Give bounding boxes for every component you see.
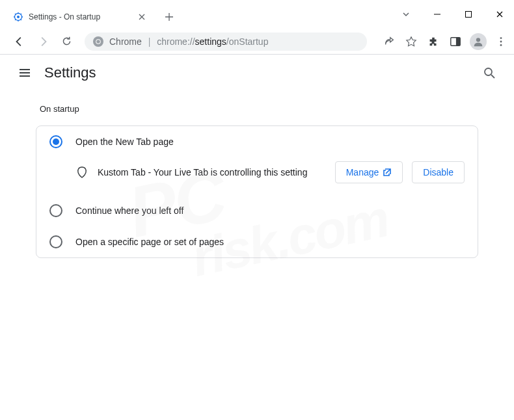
svg-line-14 <box>491 75 494 78</box>
startup-options-card: Open the New Tab page Kustom Tab - Your … <box>36 125 478 258</box>
share-icon[interactable] <box>381 34 397 49</box>
option-label: Open a specific page or set of pages <box>75 237 224 247</box>
tab-title: Settings - On startup <box>29 12 137 21</box>
browser-tab[interactable]: Settings - On startup <box>5 6 155 28</box>
option-open-new-tab[interactable]: Open the New Tab page <box>36 126 478 157</box>
extensions-icon[interactable] <box>426 34 441 49</box>
window-maximize-button[interactable] <box>459 5 478 23</box>
settings-header: Settings <box>0 55 514 91</box>
svg-rect-8 <box>456 37 460 46</box>
profile-avatar[interactable] <box>470 33 487 50</box>
page-title: Settings <box>44 64 478 81</box>
option-continue[interactable]: Continue where you left off <box>36 195 478 226</box>
hamburger-menu-button[interactable] <box>13 61 36 85</box>
manage-button[interactable]: Manage <box>335 161 403 183</box>
reload-button[interactable] <box>57 33 75 51</box>
tabstrip: Settings - On startup <box>5 5 178 29</box>
back-button[interactable] <box>10 33 29 51</box>
chrome-icon <box>92 36 104 47</box>
extension-notice-row: Kustom Tab - Your Live Tab is controllin… <box>36 157 478 195</box>
option-specific-pages[interactable]: Open a specific page or set of pages <box>36 226 478 257</box>
address-bar[interactable]: Chrome | chrome://settings/onStartup <box>85 33 367 51</box>
settings-icon <box>13 12 23 22</box>
svg-point-11 <box>500 40 502 42</box>
svg-point-10 <box>500 37 502 39</box>
tab-close-button[interactable] <box>137 12 147 22</box>
radio-selected[interactable] <box>49 135 62 148</box>
window-dropdown-button[interactable] <box>397 5 415 23</box>
new-tab-button[interactable] <box>160 8 178 26</box>
side-panel-icon[interactable] <box>448 34 463 49</box>
url-display: Chrome | chrome://settings/onStartup <box>109 36 268 47</box>
forward-button[interactable] <box>34 33 52 51</box>
settings-content: On startup Open the New Tab page Kustom … <box>0 91 514 271</box>
option-label: Open the New Tab page <box>75 137 174 147</box>
external-link-icon <box>383 168 392 177</box>
svg-point-6 <box>96 40 100 44</box>
disable-button[interactable]: Disable <box>412 161 465 183</box>
section-title: On startup <box>36 104 478 114</box>
svg-point-3 <box>17 16 20 18</box>
bookmark-icon[interactable] <box>403 34 419 49</box>
extension-app-icon <box>75 166 88 179</box>
search-button[interactable] <box>478 61 501 85</box>
svg-point-13 <box>485 68 492 75</box>
radio-unselected[interactable] <box>49 235 62 248</box>
kebab-menu-icon[interactable] <box>493 34 509 49</box>
radio-unselected[interactable] <box>49 204 62 217</box>
svg-point-9 <box>476 38 480 42</box>
extension-notice-text: Kustom Tab - Your Live Tab is controllin… <box>98 167 326 177</box>
browser-toolbar: Chrome | chrome://settings/onStartup <box>0 29 514 55</box>
svg-point-12 <box>500 44 502 46</box>
option-label: Continue where you left off <box>75 205 183 216</box>
window-minimize-button[interactable] <box>428 5 446 23</box>
window-close-button[interactable] <box>491 5 509 23</box>
svg-rect-1 <box>466 12 472 18</box>
